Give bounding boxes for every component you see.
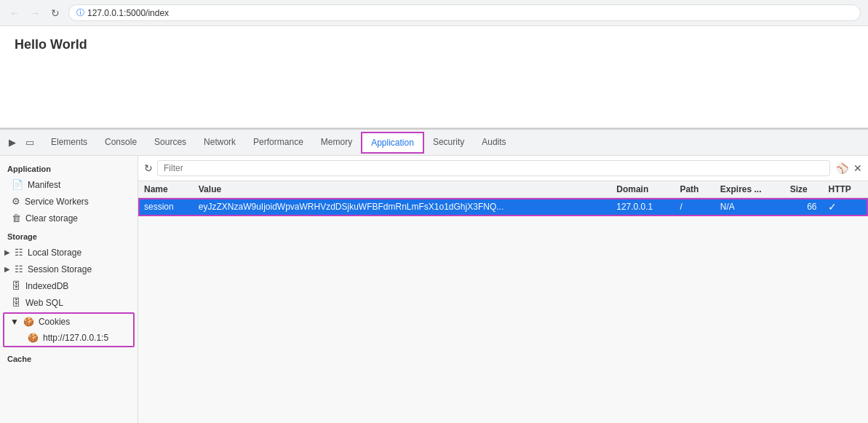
cell-name: session xyxy=(138,198,193,216)
sidebar-item-indexeddb[interactable]: 🗄 IndexedDB xyxy=(0,277,138,294)
cell-size: 66 xyxy=(784,198,823,216)
col-value: Value xyxy=(193,181,610,198)
local-storage-icon: ☷ xyxy=(15,247,23,258)
filter-clear-icon[interactable]: ✕ xyxy=(853,162,862,174)
sidebar-item-manifest[interactable]: 📄 Manifest xyxy=(0,176,138,193)
cell-path: / xyxy=(674,198,714,216)
col-expires: Expires ... xyxy=(714,181,784,198)
tab-memory[interactable]: Memory xyxy=(312,133,361,153)
sidebar-item-clear-storage[interactable]: 🗑 Clear storage xyxy=(0,210,138,226)
inspect-icon[interactable]: ▶ xyxy=(6,136,19,149)
filter-input[interactable] xyxy=(157,160,830,176)
http-checkmark: ✓ xyxy=(828,201,837,213)
sidebar-item-local-storage[interactable]: ▶ ☷ Local Storage xyxy=(0,244,138,261)
cell-domain: 127.0.0.1 xyxy=(610,198,674,216)
local-storage-arrow: ▶ xyxy=(4,248,10,256)
address-bar[interactable]: ⓘ 127.0.0.1:5000/index xyxy=(68,4,861,21)
sidebar-item-session-storage[interactable]: ▶ ☷ Session Storage xyxy=(0,261,138,277)
sidebar-item-cookies-url[interactable]: 🍪 http://127.0.0.1:5 xyxy=(4,330,133,346)
device-icon[interactable]: ▭ xyxy=(23,136,36,149)
cookies-group: ▼ 🍪 Cookies 🍪 http://127.0.0.1:5 xyxy=(3,312,135,347)
cookies-icon: 🍪 xyxy=(23,317,34,327)
sidebar-section-application: Application xyxy=(0,159,138,176)
tab-performance[interactable]: Performance xyxy=(244,133,312,153)
cell-http: ✓ xyxy=(822,198,868,216)
back-button[interactable]: ← xyxy=(7,6,22,20)
browser-chrome: ← → ↻ ⓘ 127.0.0.1:5000/index xyxy=(0,0,868,26)
url-text: 127.0.0.1:5000/index xyxy=(87,8,169,18)
tab-sources[interactable]: Sources xyxy=(146,133,195,153)
service-workers-icon: ⚙ xyxy=(12,196,20,207)
col-path: Path xyxy=(674,181,714,198)
col-http: HTTP xyxy=(822,181,868,198)
sidebar-item-web-sql[interactable]: 🗄 Web SQL xyxy=(0,294,138,311)
tab-security[interactable]: Security xyxy=(424,133,473,153)
manifest-icon: 📄 xyxy=(12,179,23,190)
tab-icon-group: ▶ ▭ xyxy=(6,136,36,149)
session-storage-icon: ☷ xyxy=(15,264,23,274)
refresh-button[interactable]: ↻ xyxy=(48,6,63,20)
filter-block-icon[interactable]: ⚾ xyxy=(835,161,849,175)
sidebar-section-storage: Storage xyxy=(0,226,138,244)
sidebar-section-cache: Cache xyxy=(0,349,138,366)
page-title: Hello World xyxy=(15,37,853,52)
tab-application[interactable]: Application xyxy=(361,132,424,154)
tab-audits[interactable]: Audits xyxy=(473,133,514,153)
devtools-body: Application 📄 Manifest ⚙ Service Workers… xyxy=(0,156,868,423)
cookie-table: Name Value Domain Path Expires ... Size … xyxy=(138,181,868,423)
devtools-tabs: ▶ ▭ Elements Console Sources Network Per… xyxy=(0,130,868,156)
cell-expires: N/A xyxy=(714,198,784,216)
cookies-arrow: ▼ xyxy=(10,317,19,327)
col-size: Size xyxy=(784,181,823,198)
table-header-row: Name Value Domain Path Expires ... Size … xyxy=(138,181,868,198)
col-domain: Domain xyxy=(610,181,674,198)
web-sql-icon: 🗄 xyxy=(12,297,21,308)
forward-button[interactable]: → xyxy=(28,6,42,20)
filter-refresh-icon[interactable]: ↻ xyxy=(144,162,153,174)
tab-network[interactable]: Network xyxy=(195,133,244,153)
indexeddb-icon: 🗄 xyxy=(12,280,21,291)
devtools-main: ↻ ⚾ ✕ Name Value Domain Path Expires ... xyxy=(138,156,868,423)
page-content: Hello World xyxy=(0,26,868,128)
devtools-panel: ▶ ▭ Elements Console Sources Network Per… xyxy=(0,128,868,423)
session-storage-arrow: ▶ xyxy=(4,265,10,273)
devtools-sidebar: Application 📄 Manifest ⚙ Service Workers… xyxy=(0,156,138,423)
tab-console[interactable]: Console xyxy=(96,133,146,153)
cookies-url-icon: 🍪 xyxy=(28,333,39,343)
clear-storage-icon: 🗑 xyxy=(12,213,21,224)
sidebar-item-service-workers[interactable]: ⚙ Service Workers xyxy=(0,193,138,210)
lock-icon: ⓘ xyxy=(76,7,84,18)
sidebar-item-cookies[interactable]: ▼ 🍪 Cookies xyxy=(4,314,133,330)
table-row[interactable]: session eyJzZXNzaW9uIjoidWpvaWRHVzdDSjku… xyxy=(138,198,868,216)
tab-elements[interactable]: Elements xyxy=(42,133,96,153)
col-name: Name xyxy=(138,181,193,198)
cell-value: eyJzZXNzaW9uIjoidWpvaWRHVzdDSjkuWFBFdmRn… xyxy=(193,198,610,216)
filter-bar: ↻ ⚾ ✕ xyxy=(138,156,868,181)
